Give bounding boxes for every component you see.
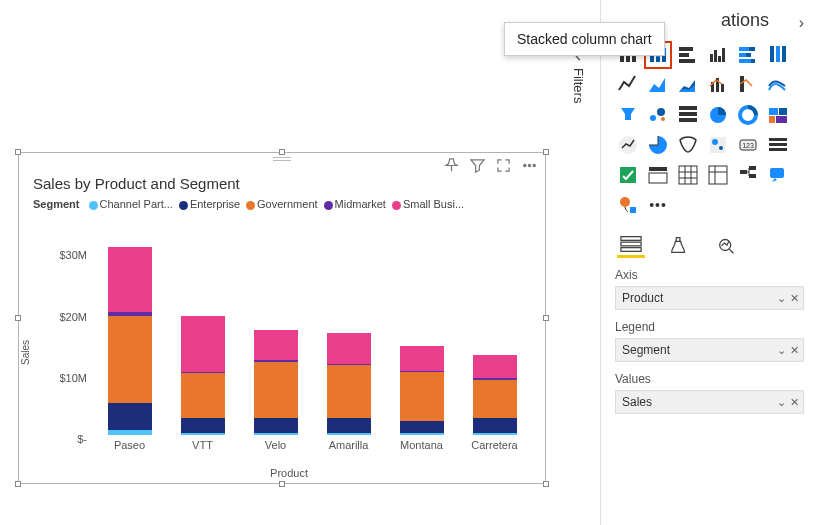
bar-column[interactable]: VTT [173,316,233,451]
values-field-well[interactable]: Sales ⌄✕ [615,390,804,414]
viz-type-icon[interactable] [765,162,791,188]
bar-segment[interactable] [254,330,298,361]
legend-field-well[interactable]: Segment ⌄✕ [615,338,804,362]
bar-segment[interactable] [327,418,371,433]
viz-type-icon[interactable] [615,72,641,98]
bar-segment[interactable] [327,333,371,364]
resize-handle[interactable] [15,481,21,487]
bar-segment[interactable] [108,316,152,403]
svg-rect-53 [679,166,697,184]
tab-format[interactable] [665,232,693,258]
bar-column[interactable]: Amarilla [319,333,379,451]
bar-segment[interactable] [400,421,444,434]
svg-rect-22 [746,53,751,57]
bar-column[interactable]: Paseo [100,247,160,451]
focus-mode-icon[interactable] [495,157,511,173]
resize-handle[interactable] [15,315,21,321]
bar-segment[interactable] [181,373,225,418]
tab-fields[interactable] [617,232,645,258]
viz-type-icon[interactable] [645,132,671,158]
axis-field-well[interactable]: Product ⌄✕ [615,286,804,310]
chart-visual[interactable]: Sales by Product and Segment Segment Cha… [18,152,546,484]
bar-segment[interactable] [473,380,517,419]
bar-segment[interactable] [254,362,298,418]
bar-segment[interactable] [327,365,371,418]
resize-handle[interactable] [543,315,549,321]
viz-type-icon[interactable] [705,162,731,188]
resize-handle[interactable] [279,481,285,487]
bar-segment[interactable] [473,355,517,378]
viz-type-icon[interactable] [765,102,791,128]
bar-segment[interactable] [181,316,225,372]
visual-header-actions [443,157,537,173]
svg-rect-50 [620,167,636,183]
viz-type-icon[interactable] [615,162,641,188]
bar-segment[interactable] [473,418,517,433]
chevron-down-icon[interactable]: ⌄ [777,344,786,357]
svg-rect-60 [630,207,636,213]
resize-handle[interactable] [15,149,21,155]
viz-type-icon[interactable] [675,132,701,158]
chevron-right-icon[interactable]: › [799,14,804,32]
viz-type-icon[interactable] [765,42,791,68]
chart-legend: Segment Channel Part...EnterpriseGovernm… [19,196,545,210]
resize-handle[interactable] [543,481,549,487]
bar-segment[interactable] [108,403,152,430]
bar-segment[interactable] [400,346,444,371]
viz-type-icon[interactable] [675,102,701,128]
bar-segment[interactable] [327,433,371,435]
bar-column[interactable]: Montana [392,346,452,451]
filter-icon[interactable] [469,157,485,173]
bar-segment[interactable] [108,247,152,312]
bar-segment[interactable] [254,433,298,435]
bar-segment[interactable] [473,433,517,435]
legend-well-label: Legend [615,320,804,334]
viz-type-icon[interactable] [705,72,731,98]
viz-type-icon[interactable] [735,42,761,68]
viz-type-icon[interactable] [645,72,671,98]
viz-type-icon[interactable] [615,132,641,158]
pane-mode-tabs [617,232,804,258]
viz-type-icon[interactable] [765,132,791,158]
bar-column[interactable]: Carretera [465,355,525,451]
viz-type-icon[interactable] [735,102,761,128]
viz-type-icon[interactable] [735,162,761,188]
bar-segment[interactable] [400,433,444,435]
viz-type-icon[interactable] [645,102,671,128]
chevron-down-icon[interactable]: ⌄ [777,292,786,305]
viz-type-icon[interactable] [615,102,641,128]
filters-pane-toggle[interactable]: Filters [566,48,590,103]
chevron-down-icon[interactable]: ⌄ [777,396,786,409]
svg-rect-21 [739,53,746,57]
bar-segment[interactable] [108,430,152,435]
tab-analytics[interactable] [713,232,741,258]
viz-type-icon[interactable] [705,42,731,68]
bar-segment[interactable] [181,418,225,433]
viz-type-icon[interactable] [705,102,731,128]
viz-type-icon[interactable]: 123 [735,132,761,158]
svg-rect-14 [679,59,695,63]
pin-icon[interactable] [443,157,459,173]
more-options-icon[interactable] [521,157,537,173]
svg-point-34 [661,117,665,121]
drag-grip[interactable] [273,157,291,161]
remove-field-icon[interactable]: ✕ [790,396,799,409]
viz-type-icon[interactable] [645,162,671,188]
resize-handle[interactable] [279,149,285,155]
viz-type-icon[interactable] [735,72,761,98]
viz-type-icon[interactable] [705,132,731,158]
bar-segment[interactable] [181,433,225,435]
viz-type-icon[interactable] [615,192,641,218]
remove-field-icon[interactable]: ✕ [790,344,799,357]
bar-column[interactable]: Velo [246,330,306,452]
resize-handle[interactable] [543,149,549,155]
viz-type-icon[interactable] [675,72,701,98]
legend-swatch [179,201,188,210]
bar-segment[interactable] [254,418,298,433]
viz-type-icon[interactable] [675,162,701,188]
remove-field-icon[interactable]: ✕ [790,292,799,305]
viz-type-icon[interactable] [675,42,701,68]
viz-type-icon[interactable] [765,72,791,98]
bar-segment[interactable] [400,372,444,421]
viz-type-icon[interactable]: ••• [645,192,671,218]
